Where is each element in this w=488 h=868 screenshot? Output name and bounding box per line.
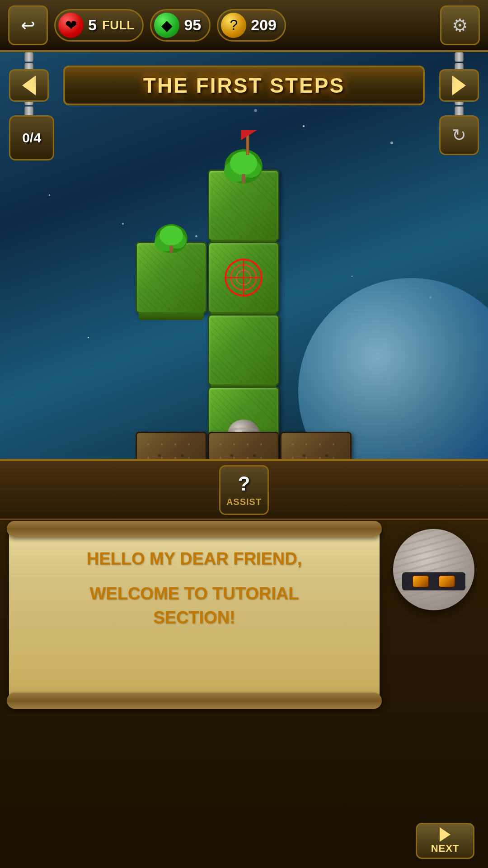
game-area: THE FIRST STEPS 0/4 ↻ xyxy=(0,52,488,459)
tile-r5-center[interactable] xyxy=(208,432,279,459)
back-button[interactable]: ↩ xyxy=(8,5,48,45)
svg-rect-9 xyxy=(169,245,173,253)
next-level-button[interactable] xyxy=(439,69,479,102)
score-current: 0 xyxy=(22,130,30,145)
scroll-paper: HELLO MY DEAR FRIEND, WELCOME TO TUTORIA… xyxy=(9,529,380,701)
mummy-character xyxy=(393,529,474,610)
flag xyxy=(238,130,257,140)
coin-icon: ? xyxy=(221,13,246,38)
score-box: 0/4 xyxy=(9,115,54,160)
svg-point-3 xyxy=(230,151,257,175)
top-bar: ↩ ❤ 5 FULL ◆ 95 ? 209 ⚙ xyxy=(0,0,488,52)
coins-pill: ? 209 xyxy=(217,9,286,42)
gems-count: 95 xyxy=(184,16,201,34)
next-arrow-icon xyxy=(452,75,466,95)
tile-r5-left[interactable] xyxy=(136,432,207,459)
score-total: 4 xyxy=(33,130,41,145)
hearts-pill: ❤ 5 FULL xyxy=(54,9,144,42)
level-title: THE FIRST STEPS xyxy=(143,73,345,98)
tile-r2-center[interactable] xyxy=(208,242,279,313)
character-head-container xyxy=(389,529,479,610)
settings-button[interactable]: ⚙ xyxy=(440,5,480,45)
heart-icon: ❤ xyxy=(58,13,84,38)
prev-level-button[interactable] xyxy=(9,69,49,102)
tile-r3-center[interactable] xyxy=(208,314,279,386)
prev-arrow-icon xyxy=(22,75,36,95)
bottom-panel: ? ASSIST HELLO MY DEAR FRIEND, WELCOME T… xyxy=(0,459,488,868)
mummy-visor xyxy=(402,572,465,590)
hearts-status: FULL xyxy=(102,18,135,33)
scroll-container: HELLO MY DEAR FRIEND, WELCOME TO TUTORIA… xyxy=(9,529,380,701)
svg-rect-4 xyxy=(242,174,245,183)
mummy-eye-left xyxy=(412,575,429,588)
gems-pill: ◆ 95 xyxy=(150,9,211,42)
crosshair-target xyxy=(224,258,263,297)
tree-left xyxy=(153,221,189,259)
scroll-line2: WELCOME TO TUTORIAL xyxy=(23,582,366,606)
tree-top xyxy=(223,146,264,187)
gear-icon: ⚙ xyxy=(452,15,468,36)
assist-button[interactable]: ? ASSIST xyxy=(219,465,269,515)
score-text: 0/4 xyxy=(22,130,41,146)
next-label: NEXT xyxy=(431,843,460,854)
next-button[interactable]: NEXT xyxy=(416,823,474,859)
refresh-button[interactable]: ↻ xyxy=(439,115,479,155)
game-board xyxy=(117,170,371,450)
scroll-line3: SECTION! xyxy=(23,606,366,630)
level-banner: THE FIRST STEPS xyxy=(63,66,425,105)
scroll-area: HELLO MY DEAR FRIEND, WELCOME TO TUTORIA… xyxy=(0,520,488,868)
mummy-eye-right xyxy=(438,575,455,588)
tile-r2-left[interactable] xyxy=(136,242,207,313)
next-arrow-icon xyxy=(440,827,450,842)
scroll-line1: HELLO MY DEAR FRIEND, xyxy=(23,547,366,571)
refresh-icon: ↻ xyxy=(452,125,466,145)
coins-count: 209 xyxy=(251,16,277,34)
hearts-count: 5 xyxy=(88,16,97,34)
gem-icon: ◆ xyxy=(154,13,179,38)
tile-r5-right[interactable] xyxy=(280,432,352,459)
assist-question-icon: ? xyxy=(238,472,250,495)
assist-area: ? ASSIST xyxy=(0,461,488,520)
tile-top-center[interactable] xyxy=(208,170,279,241)
assist-label: ASSIST xyxy=(226,497,262,507)
svg-point-8 xyxy=(160,226,183,245)
scroll-message: HELLO MY DEAR FRIEND, WELCOME TO TUTORIA… xyxy=(23,547,366,630)
back-icon: ↩ xyxy=(21,15,35,35)
